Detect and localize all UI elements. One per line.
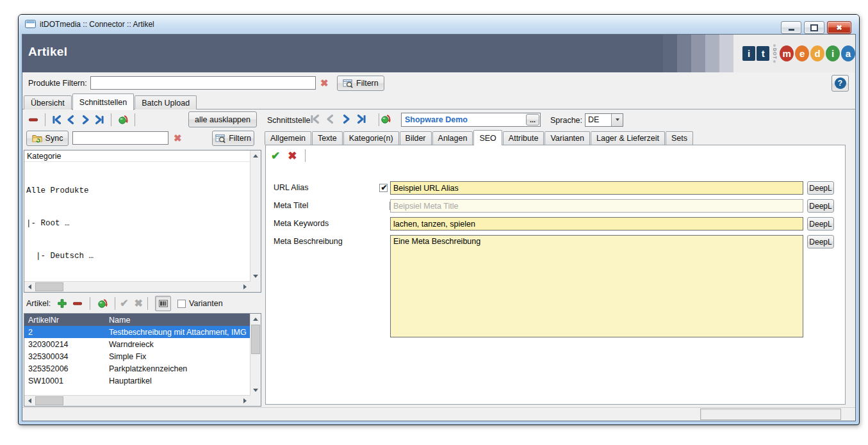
remove-article-icon[interactable] [72, 298, 83, 309]
meta-titel-input[interactable] [390, 199, 803, 213]
filtern-button[interactable]: Filtern [337, 76, 384, 91]
column-artikelnr[interactable]: ArtikelNr [24, 316, 109, 325]
tab-varianten[interactable]: Varianten [545, 131, 590, 145]
refresh-interface-icon[interactable] [381, 114, 391, 124]
scrollbar-thumb[interactable] [35, 396, 63, 405]
varianten-checkbox[interactable] [177, 300, 186, 308]
vertical-scrollbar[interactable] [250, 150, 261, 282]
toolbar-separator [111, 113, 111, 126]
minimize-button[interactable] [781, 21, 801, 34]
category-filter-input[interactable] [72, 131, 168, 145]
tab-schnittstellen[interactable]: Schnittstellen [72, 93, 134, 110]
scroll-up-icon[interactable] [250, 314, 261, 324]
discard-icon[interactable]: ✖ [288, 150, 297, 161]
toolbar-separator [135, 113, 135, 126]
remove-category-icon[interactable] [28, 115, 38, 125]
tab-bilder[interactable]: Bilder [400, 131, 432, 145]
meta-beschreibung-textarea[interactable]: Eine Meta Beschreibung [390, 235, 803, 337]
maximize-button[interactable] [804, 21, 824, 34]
browse-interface-button[interactable]: ... [526, 114, 539, 125]
logo-circle: e [795, 45, 809, 61]
table-row[interactable]: 320300214 Warndreieck [24, 338, 250, 350]
category-filtern-button[interactable]: Filtern [212, 131, 254, 146]
scroll-up-icon[interactable] [250, 150, 261, 161]
next-interface-icon[interactable] [341, 114, 351, 124]
column-name[interactable]: Name [109, 316, 250, 325]
category-tree: Kategorie Alle Produkte |- Root … |- Deu… [24, 150, 261, 293]
barcode-button[interactable] [155, 296, 171, 311]
meta-beschreibung-deepl-button[interactable]: DeepL [807, 235, 834, 248]
save-icon[interactable]: ✔ [271, 150, 280, 161]
table-row[interactable]: 2 Testbeschreibung mit Attachment, IMG [24, 326, 250, 338]
seo-toolbar: ✔ ✖ [271, 149, 310, 163]
scroll-down-icon[interactable] [250, 385, 261, 396]
scrollbar-thumb[interactable] [251, 325, 260, 354]
tab-anlagen[interactable]: Anlagen [432, 131, 473, 145]
filter-grid-icon [343, 78, 353, 88]
schnittstelle-toolbar: Schnittstelle: ... Sprache: DE [264, 111, 854, 129]
table-row[interactable]: SW10001 Hauptartikel [24, 375, 250, 387]
tab-content: alle ausklappen Sync ✖ Filtern Kategorie… [22, 109, 855, 408]
interface-name-input[interactable] [402, 115, 526, 124]
toolbar-separator [305, 149, 306, 162]
tab-batch-upload[interactable]: Batch Upload [135, 95, 197, 109]
tree-item[interactable]: Alle Produkte [26, 186, 249, 197]
previous-category-icon[interactable] [66, 115, 76, 125]
tree-item[interactable]: |- Deutsch … [26, 251, 249, 262]
refresh-categories-icon[interactable] [118, 115, 128, 125]
previous-interface-icon [325, 114, 336, 124]
barcode-icon [158, 298, 168, 309]
expand-all-button[interactable]: alle ausklappen [188, 111, 257, 127]
scroll-left-icon[interactable] [24, 396, 35, 406]
tree-item[interactable]: |- Root … [26, 218, 249, 229]
tab-sets[interactable]: Sets [666, 131, 693, 145]
scrollbar-thumb[interactable] [35, 282, 63, 291]
titlebar[interactable]: itDOTmedia :: Connector :: Artikel ✖ [19, 15, 859, 34]
clear-category-filter-icon[interactable]: ✖ [174, 133, 182, 143]
page-header: Artikel i t DOT m e d i a [22, 35, 855, 72]
tab-kategorien[interactable]: Kategorie(n) [343, 131, 399, 145]
horizontal-scrollbar[interactable] [24, 395, 250, 406]
produkte-filtern-label: Produkte Filtern: [28, 79, 87, 88]
meta-keywords-deepl-button[interactable]: DeepL [807, 217, 834, 231]
url-alias-deepl-button[interactable]: DeepL [807, 181, 834, 195]
table-header: ArtikelNr Name [24, 314, 250, 326]
last-category-icon[interactable] [94, 115, 104, 125]
meta-titel-deepl-button[interactable]: DeepL [807, 199, 834, 213]
tab-uebersicht[interactable]: Übersicht [24, 95, 72, 109]
interface-field: ... [401, 113, 541, 127]
vertical-scrollbar[interactable] [250, 314, 261, 396]
add-article-icon[interactable] [57, 298, 67, 309]
tab-texte[interactable]: Texte [312, 131, 343, 145]
close-icon: ✖ [836, 24, 842, 31]
tree-body[interactable]: Alle Produkte |- Root … |- Deutsch … |- … [26, 164, 249, 280]
scroll-down-icon[interactable] [250, 271, 261, 282]
tab-allgemein[interactable]: Allgemein [265, 131, 311, 145]
scroll-right-icon[interactable] [240, 396, 250, 406]
help-button[interactable]: ? [831, 75, 849, 92]
refresh-articles-icon[interactable] [97, 298, 108, 309]
main-tab-bar: Übersicht Schnittstellen Batch Upload [24, 93, 855, 109]
produkte-filter-input[interactable] [90, 76, 316, 90]
table-row[interactable]: 325352006 Parkplatzkennzeichen [24, 362, 250, 375]
tab-seo[interactable]: SEO [473, 130, 502, 145]
first-category-icon[interactable] [52, 115, 62, 125]
last-interface-icon[interactable] [356, 114, 366, 124]
tab-attribute[interactable]: Attribute [503, 131, 545, 145]
table-row[interactable]: 325300034 Simple Fix [24, 350, 250, 362]
sync-button[interactable]: Sync [26, 131, 69, 146]
horizontal-scrollbar[interactable] [24, 281, 250, 292]
help-icon: ? [835, 77, 846, 89]
scroll-right-icon[interactable] [240, 282, 250, 292]
close-button[interactable]: ✖ [827, 21, 851, 34]
tab-lager-lieferzeit[interactable]: Lager & Lieferzeit [591, 131, 665, 145]
url-alias-input[interactable] [390, 181, 803, 195]
url-alias-checkbox[interactable] [379, 184, 388, 192]
next-category-icon[interactable] [80, 115, 90, 125]
screen: itDOTmedia :: Connector :: Artikel ✖ Art… [0, 0, 868, 445]
meta-keywords-input[interactable] [390, 217, 803, 231]
dropdown-button[interactable] [611, 114, 623, 126]
scroll-left-icon[interactable] [24, 282, 35, 292]
clear-filter-icon[interactable]: ✖ [320, 78, 329, 88]
sprache-select[interactable]: DE [585, 113, 623, 127]
